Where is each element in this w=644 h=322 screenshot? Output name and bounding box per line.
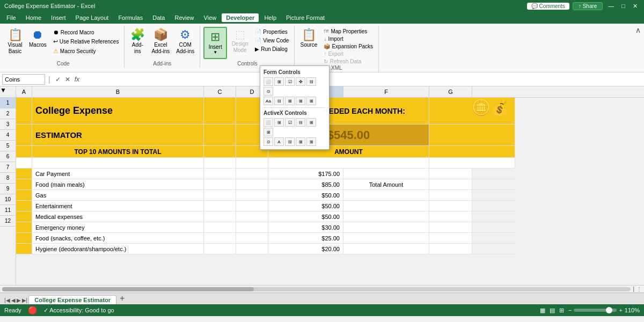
cell-c6[interactable] xyxy=(204,179,236,189)
cell-d6[interactable] xyxy=(236,179,268,189)
row-header-6[interactable]: 6 xyxy=(0,151,16,162)
col-header-c[interactable]: C xyxy=(204,86,236,97)
cell-e12[interactable]: $20.00 xyxy=(268,244,343,254)
menu-page-layout[interactable]: Page Layout xyxy=(71,13,113,22)
cell-g9[interactable] xyxy=(429,211,472,222)
activex-icon-11[interactable]: ⊞ xyxy=(306,137,316,146)
form-icon-7[interactable]: Aa xyxy=(264,97,273,105)
macro-security-button[interactable]: ⚠ Macro Security xyxy=(51,47,121,56)
design-mode-button[interactable]: ⬚ DesignMode xyxy=(229,27,251,57)
cell-a3[interactable] xyxy=(16,146,32,157)
zoom-in-button[interactable]: + xyxy=(619,307,622,313)
view-normal-button[interactable]: ▦ xyxy=(540,307,545,314)
menu-formulas[interactable]: Formulas xyxy=(114,13,147,22)
row-header-4[interactable]: 4 xyxy=(0,130,16,141)
visual-basic-button[interactable]: 📋 VisualBasic xyxy=(5,27,25,57)
cell-a7[interactable] xyxy=(16,190,32,200)
form-icon-6[interactable]: ⊙ xyxy=(264,87,273,96)
macros-button[interactable]: ⏺ Macros xyxy=(27,27,49,57)
cell-c5[interactable] xyxy=(204,169,236,179)
cell-e9[interactable]: $50.00 xyxy=(268,211,343,222)
view-code-button[interactable]: 📄 View Code xyxy=(253,36,291,45)
addins-button[interactable]: 🧩 Add-ins xyxy=(128,27,147,57)
row-header-3[interactable]: 3 xyxy=(0,119,16,130)
cell-a2[interactable] xyxy=(16,125,32,145)
activex-icon-6[interactable]: ⊞ xyxy=(264,128,273,136)
formula-input[interactable] xyxy=(83,76,642,83)
cell-a10[interactable] xyxy=(16,222,32,232)
cell-c10[interactable] xyxy=(204,222,236,232)
cell-a12[interactable] xyxy=(16,244,32,254)
cell-a11[interactable] xyxy=(16,233,32,243)
cell-f2[interactable] xyxy=(429,125,515,145)
cell-g8[interactable] xyxy=(429,201,472,211)
zoom-out-button[interactable]: − xyxy=(568,307,572,313)
share-button[interactable]: ↑ Share xyxy=(573,2,603,10)
map-properties-button[interactable]: 🗺 Map Properties xyxy=(321,28,375,35)
cell-c2[interactable] xyxy=(204,125,236,145)
cell-b4[interactable] xyxy=(32,158,204,168)
cell-e6[interactable]: $85.00 xyxy=(268,179,343,189)
cell-b7[interactable]: Gas xyxy=(32,190,204,200)
activex-icon-10[interactable]: ⊞ xyxy=(296,137,305,146)
cell-c8[interactable] xyxy=(204,201,236,211)
menu-file[interactable]: File xyxy=(2,13,20,22)
cell-a5[interactable] xyxy=(16,169,32,179)
menu-help[interactable]: Help xyxy=(260,13,281,22)
cell-d12[interactable] xyxy=(236,244,268,254)
cell-b1[interactable]: College Expense xyxy=(32,98,204,124)
cell-e5[interactable]: $175.00 xyxy=(268,169,343,179)
cell-a4[interactable] xyxy=(16,158,32,168)
com-addins-button[interactable]: ⚙ COMAdd-ins xyxy=(174,27,196,57)
cell-d7[interactable] xyxy=(236,190,268,200)
cell-d4[interactable] xyxy=(236,158,268,168)
cell-b3[interactable]: TOP 10 AMOUNTS IN TOTAL xyxy=(32,146,204,157)
form-icon-8[interactable]: ⊟ xyxy=(274,97,284,105)
col-header-a[interactable]: A xyxy=(16,86,32,97)
col-header-b[interactable]: B xyxy=(32,86,204,97)
form-icon-10[interactable]: ⊞ xyxy=(296,97,305,105)
cell-f10[interactable] xyxy=(343,222,429,232)
cell-f6[interactable]: Total Amount xyxy=(343,179,429,189)
cell-e11[interactable]: $25.00 xyxy=(268,233,343,243)
row-header-2[interactable]: 2 xyxy=(0,108,16,119)
sheet-nav-prev[interactable]: ◀ xyxy=(11,297,16,303)
add-sheet-button[interactable]: + xyxy=(118,294,127,303)
cell-f3[interactable] xyxy=(429,146,515,157)
row-header-10[interactable]: 10 xyxy=(0,194,16,205)
activex-icon-2[interactable]: ⊞ xyxy=(274,118,284,127)
properties-button[interactable]: 📄 Properties xyxy=(253,28,291,36)
cell-d9[interactable] xyxy=(236,211,268,222)
cell-c12[interactable] xyxy=(204,244,236,254)
cell-g11[interactable] xyxy=(429,233,472,243)
close-button[interactable]: ✕ xyxy=(631,3,640,10)
cell-f4[interactable] xyxy=(429,158,515,168)
form-icon-11[interactable]: ⊞ xyxy=(306,97,316,105)
cell-f1[interactable]: 🪙💰 xyxy=(429,98,515,124)
row-header-1[interactable]: 1 xyxy=(0,98,16,108)
cell-g10[interactable] xyxy=(429,222,472,232)
cell-f8[interactable] xyxy=(343,201,429,211)
cell-g7[interactable] xyxy=(429,190,472,200)
activex-icon-1[interactable]: ⬜ xyxy=(264,118,273,127)
cell-g6[interactable] xyxy=(429,179,472,189)
form-icon-3[interactable]: ☑ xyxy=(285,77,295,86)
cell-b2[interactable]: ESTIMATOR xyxy=(32,125,204,145)
import-button[interactable]: ↓ Import xyxy=(321,35,375,42)
cell-a1[interactable] xyxy=(16,98,32,124)
cell-c11[interactable] xyxy=(204,233,236,243)
cell-b9[interactable]: Medical expenses xyxy=(32,211,204,222)
cell-f5[interactable] xyxy=(343,169,429,179)
menu-insert[interactable]: Insert xyxy=(47,13,70,22)
row-header-11[interactable]: 11 xyxy=(0,205,16,216)
view-layout-button[interactable]: ▤ xyxy=(550,307,555,314)
row-header-5[interactable]: 5 xyxy=(0,141,16,151)
activex-icon-7[interactable]: ⊙ xyxy=(264,137,273,146)
activex-icon-5[interactable]: ⊞ xyxy=(306,118,316,127)
view-mode-normal[interactable]: | xyxy=(633,286,634,292)
refresh-data-button[interactable]: ↻ Refresh Data xyxy=(321,58,375,65)
source-button[interactable]: 📋 Source xyxy=(298,27,319,57)
excel-addins-button[interactable]: 📦 ExcelAdd-ins xyxy=(149,27,172,57)
cancel-formula-button[interactable]: ✕ xyxy=(63,76,72,83)
activex-icon-8[interactable]: A xyxy=(274,137,284,146)
